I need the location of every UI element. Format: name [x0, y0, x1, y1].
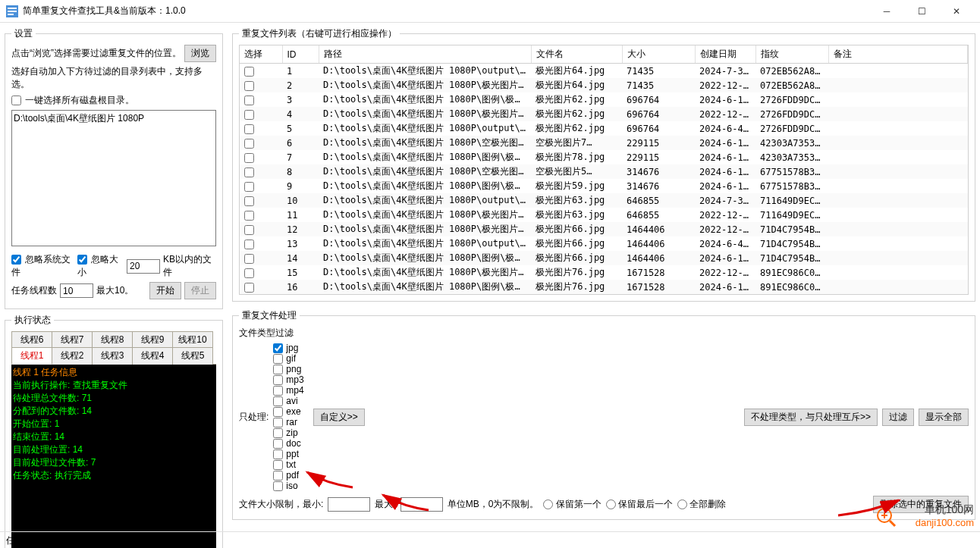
- table-row[interactable]: 8 D:\tools\桌面\4K壁纸图片 1080P\空极光图片59.jpg 空…: [240, 164, 968, 179]
- thread-tab[interactable]: 线程5: [172, 347, 213, 365]
- table-row[interactable]: 14 D:\tools\桌面\4K壁纸图片 1080P\图例\极光图片6… 极光…: [240, 251, 968, 265]
- filetype-checkbox-iso[interactable]: iso: [273, 481, 303, 491]
- thread-tab[interactable]: 线程10: [172, 331, 213, 348]
- delete-all-radio[interactable]: 全部删除: [677, 498, 726, 511]
- settings-legend: 设置: [11, 27, 36, 40]
- table-row[interactable]: 17 D:\tools\桌面\4K壁纸图片 1080P\图例\极光图片6… 极光…: [240, 294, 968, 295]
- filetype-checkbox-mp3[interactable]: mp3: [273, 374, 303, 385]
- threads-max: 最大10。: [96, 284, 146, 297]
- thread-tab[interactable]: 线程2: [52, 347, 93, 365]
- table-row[interactable]: 11 D:\tools\桌面\4K壁纸图片 1080P\极光图片63.jpg 极…: [240, 208, 968, 222]
- row-checkbox[interactable]: [244, 96, 254, 105]
- table-row[interactable]: 16 D:\tools\桌面\4K壁纸图片 1080P\图例\极光图片7… 极光…: [240, 280, 968, 294]
- thread-tab[interactable]: 线程6: [11, 331, 52, 348]
- duplicate-files-table[interactable]: 选择 ID 路径 文件名 大小 创建日期 指纹 备注 1 D:\tools\桌面…: [240, 45, 968, 295]
- size-min-input[interactable]: [328, 497, 370, 512]
- table-row[interactable]: 13 D:\tools\桌面\4K壁纸图片 1080P\output\极光图… …: [240, 236, 968, 251]
- keep-first-radio[interactable]: 保留第一个: [543, 498, 601, 511]
- row-checkbox[interactable]: [244, 196, 254, 206]
- col-fp[interactable]: 指纹: [755, 45, 828, 64]
- browse-button[interactable]: 浏览: [184, 45, 216, 62]
- row-checkbox[interactable]: [244, 211, 254, 221]
- magnifier-icon: [875, 506, 897, 530]
- row-checkbox[interactable]: [244, 240, 254, 249]
- svg-rect-2: [8, 11, 17, 12]
- row-checkbox[interactable]: [244, 67, 254, 77]
- row-checkbox[interactable]: [244, 283, 254, 293]
- filetype-checkbox-txt[interactable]: txt: [273, 459, 303, 470]
- thread-tab[interactable]: 线程7: [52, 331, 93, 348]
- exclude-types-button[interactable]: 不处理类型，与只处理互斥>>: [744, 409, 878, 426]
- table-row[interactable]: 3 D:\tools\桌面\4K壁纸图片 1080P\图例\极光图片6… 极光图…: [240, 92, 968, 107]
- row-checkbox[interactable]: [244, 153, 254, 163]
- window-title: 简单重复文件查找工具&当前版本：1.0.0: [23, 5, 869, 17]
- row-checkbox[interactable]: [244, 81, 254, 91]
- col-id[interactable]: ID: [282, 45, 319, 64]
- custom-types-button[interactable]: 自定义>>: [313, 409, 365, 426]
- thread-tabs: 线程6线程7线程8线程9线程10线程1线程2线程3线程4线程5: [11, 331, 216, 365]
- filetype-checkbox-ppt[interactable]: ppt: [273, 449, 303, 459]
- paths-textarea[interactable]: D:\tools\桌面\4K壁纸图片 1080P: [11, 110, 216, 246]
- thread-tab[interactable]: 线程8: [92, 331, 133, 348]
- col-date[interactable]: 创建日期: [695, 45, 755, 64]
- svg-rect-1: [8, 8, 17, 9]
- ignore-size-input[interactable]: [127, 259, 160, 274]
- filetype-checkbox-rar[interactable]: rar: [273, 417, 303, 427]
- close-button[interactable]: ✕: [939, 0, 974, 23]
- thread-tab[interactable]: 线程4: [132, 347, 173, 365]
- file-list-legend: 重复文件列表（右键可进行相应操作）: [239, 27, 400, 40]
- filetype-checkbox-png[interactable]: png: [273, 364, 303, 374]
- filetype-checkbox-mp4[interactable]: mp4: [273, 385, 303, 396]
- table-row[interactable]: 5 D:\tools\桌面\4K壁纸图片 1080P\output\极光图… 极…: [240, 121, 968, 136]
- filetype-checkbox-exe[interactable]: exe: [273, 406, 303, 417]
- table-row[interactable]: 10 D:\tools\桌面\4K壁纸图片 1080P\output\极光图… …: [240, 193, 968, 208]
- size-max-input[interactable]: [400, 497, 443, 512]
- ignore-system-checkbox[interactable]: 忽略系统文件: [11, 253, 74, 279]
- thread-tab[interactable]: 线程3: [92, 347, 133, 365]
- col-select[interactable]: 选择: [240, 45, 282, 64]
- table-row[interactable]: 2 D:\tools\桌面\4K壁纸图片 1080P\极光图片64.jpg 极光…: [240, 78, 968, 92]
- table-row[interactable]: 15 D:\tools\桌面\4K壁纸图片 1080P\极光图片76.jpg 极…: [240, 265, 968, 280]
- filetype-checkbox-pdf[interactable]: pdf: [273, 470, 303, 481]
- ignore-size-checkbox[interactable]: 忽略大小: [77, 253, 124, 279]
- select-all-drives-checkbox[interactable]: 一键选择所有磁盘根目录。: [11, 94, 134, 107]
- filetype-checkbox-jpg[interactable]: jpg: [273, 343, 303, 353]
- row-checkbox[interactable]: [244, 254, 254, 264]
- row-checkbox[interactable]: [244, 168, 254, 177]
- table-row[interactable]: 9 D:\tools\桌面\4K壁纸图片 1080P\图例\极光图片5… 极光图…: [240, 179, 968, 193]
- filetype-checkbox-avi[interactable]: avi: [273, 396, 303, 406]
- row-checkbox[interactable]: [244, 139, 254, 149]
- start-button[interactable]: 开始: [149, 282, 181, 299]
- filetype-checkbox-gif[interactable]: gif: [273, 353, 303, 364]
- threads-input[interactable]: [60, 283, 93, 298]
- show-all-button[interactable]: 显示全部: [919, 409, 969, 426]
- table-row[interactable]: 12 D:\tools\桌面\4K壁纸图片 1080P\极光图片66.jpg 极…: [240, 222, 968, 236]
- file-list-group: 重复文件列表（右键可进行相应操作） 选择 ID 路径 文件名 大小 创建日期 指…: [232, 27, 975, 302]
- table-row[interactable]: 1 D:\tools\桌面\4K壁纸图片 1080P\output\极光图… 极…: [240, 64, 968, 79]
- filetype-checkbox-doc[interactable]: doc: [273, 438, 303, 449]
- col-path[interactable]: 路径: [319, 45, 531, 64]
- col-size[interactable]: 大小: [622, 45, 695, 64]
- table-row[interactable]: 6 D:\tools\桌面\4K壁纸图片 1080P\空极光图片78.jpg 空…: [240, 136, 968, 150]
- filetype-checkbox-zip[interactable]: zip: [273, 427, 303, 438]
- row-checkbox[interactable]: [244, 182, 254, 192]
- status-text: 任务执行完成。: [6, 535, 70, 546]
- filter-button[interactable]: 过滤: [882, 409, 914, 426]
- row-checkbox[interactable]: [244, 124, 254, 134]
- minimize-button[interactable]: ─: [869, 0, 904, 23]
- col-note[interactable]: 备注: [828, 45, 968, 64]
- maximize-button[interactable]: ☐: [904, 0, 939, 23]
- col-name[interactable]: 文件名: [531, 45, 622, 64]
- table-row[interactable]: 7 D:\tools\桌面\4K壁纸图片 1080P\图例\极光图片7… 极光图…: [240, 150, 968, 164]
- watermark: 单机100网 danji100.com: [916, 503, 974, 528]
- row-checkbox[interactable]: [244, 110, 254, 120]
- thread-tab[interactable]: 线程9: [132, 331, 173, 348]
- size-min-label: 文件大小限制，最小:: [239, 498, 323, 511]
- thread-tab[interactable]: 线程1: [11, 347, 52, 365]
- process-legend: 重复文件处理: [239, 309, 300, 322]
- row-checkbox[interactable]: [244, 268, 254, 278]
- table-row[interactable]: 4 D:\tools\桌面\4K壁纸图片 1080P\极光图片62.jpg 极光…: [240, 107, 968, 121]
- stop-button[interactable]: 停止: [184, 282, 216, 299]
- row-checkbox[interactable]: [244, 225, 254, 235]
- keep-last-radio[interactable]: 保留最后一个: [606, 498, 673, 511]
